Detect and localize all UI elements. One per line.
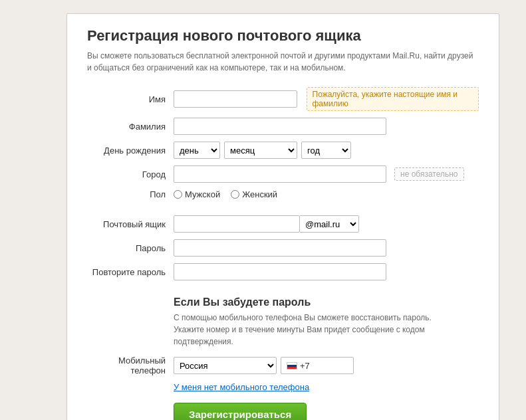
password-field bbox=[174, 239, 479, 257]
mobile-field: РоссияУкраинаБеларусьКазахстанДругая стр… bbox=[174, 357, 479, 374]
no-phone-link[interactable]: У меня нет мобильного телефона bbox=[174, 382, 479, 392]
surname-input[interactable] bbox=[174, 118, 386, 135]
city-row: Город не обязательно bbox=[87, 165, 479, 183]
city-field: не обязательно bbox=[174, 165, 479, 183]
mailbox-row: Почтовый ящик @mail.ru@inbox.ru@list.ru@… bbox=[87, 215, 479, 233]
radio-group: Мужской Женский bbox=[174, 189, 277, 199]
name-hint: Пожалуйста, укажите настоящие имя и фами… bbox=[307, 87, 479, 111]
year-select[interactable]: год20242023200019901980197019601950 bbox=[301, 142, 351, 159]
repeat-password-input[interactable] bbox=[174, 263, 386, 280]
gender-row: Пол Мужской Женский bbox=[87, 189, 479, 199]
mobile-code-box: +7 bbox=[281, 357, 354, 374]
recovery-desc2: Укажите номер и в течение минуты Вам при… bbox=[174, 325, 425, 346]
gender-female-label: Женский bbox=[242, 189, 277, 199]
recovery-desc: С помощью мобильного телефона Вы сможете… bbox=[174, 312, 479, 348]
recovery-title: Если Вы забудете пароль bbox=[174, 296, 479, 308]
password-label: Пароль bbox=[87, 243, 174, 253]
gender-field: Мужской Женский bbox=[174, 189, 479, 199]
gender-male-option[interactable]: Мужской bbox=[174, 189, 220, 199]
divider-1 bbox=[87, 206, 479, 215]
day-select[interactable]: день123456789101112131415161718192021222… bbox=[174, 142, 220, 159]
name-field: Пожалуйста, укажите настоящие имя и фами… bbox=[174, 87, 479, 111]
repeat-password-field bbox=[174, 263, 479, 280]
mobile-code-text: +7 bbox=[300, 361, 310, 371]
gender-label: Пол bbox=[87, 189, 174, 199]
repeat-password-label: Повторите пароль bbox=[87, 267, 174, 277]
birthday-field: день123456789101112131415161718192021222… bbox=[174, 142, 479, 159]
gender-female-radio[interactable] bbox=[231, 190, 239, 199]
mobile-label: Мобильный телефон bbox=[87, 356, 174, 375]
month-select[interactable]: месяцЯнварьФевральМартАпрельМайИюньИюльА… bbox=[224, 142, 297, 159]
gender-female-option[interactable]: Женский bbox=[231, 189, 277, 199]
city-input[interactable] bbox=[174, 165, 386, 183]
name-input[interactable] bbox=[174, 90, 297, 108]
divider-2 bbox=[87, 287, 479, 296]
mailbox-label: Почтовый ящик bbox=[87, 219, 174, 229]
mailbox-field: @mail.ru@inbox.ru@list.ru@bk.ru bbox=[174, 215, 479, 233]
country-select[interactable]: РоссияУкраинаБеларусьКазахстанДругая стр… bbox=[174, 357, 277, 374]
not-required-badge: не обязательно bbox=[394, 167, 464, 181]
mobile-country-group: РоссияУкраинаБеларусьКазахстанДругая стр… bbox=[174, 357, 354, 374]
register-button[interactable]: Зарегистрироваться bbox=[174, 403, 307, 420]
russia-flag-icon bbox=[287, 362, 297, 369]
surname-label: Фамилия bbox=[87, 122, 174, 132]
name-label: Имя bbox=[87, 94, 174, 104]
password-row: Пароль bbox=[87, 239, 479, 257]
recovery-desc1: С помощью мобильного телефона Вы сможете… bbox=[174, 313, 432, 322]
domain-select[interactable]: @mail.ru@inbox.ru@list.ru@bk.ru bbox=[300, 215, 359, 233]
page-subtitle: Вы сможете пользоваться бесплатной элект… bbox=[87, 50, 479, 74]
mailbox-input[interactable] bbox=[174, 215, 300, 233]
surname-field bbox=[174, 118, 479, 135]
birthday-label: День рождения bbox=[87, 146, 174, 156]
page-title: Регистрация нового почтового ящика bbox=[87, 27, 479, 45]
email-domain-group: @mail.ru@inbox.ru@list.ru@bk.ru bbox=[174, 215, 359, 233]
mobile-row: Мобильный телефон РоссияУкраинаБеларусьК… bbox=[87, 356, 479, 375]
surname-row: Фамилия bbox=[87, 118, 479, 135]
password-input[interactable] bbox=[174, 239, 386, 257]
repeat-password-row: Повторите пароль bbox=[87, 263, 479, 280]
name-row: Имя Пожалуйста, укажите настоящие имя и … bbox=[87, 87, 479, 111]
gender-male-radio[interactable] bbox=[174, 190, 182, 199]
gender-male-label: Мужской bbox=[185, 189, 220, 199]
city-label: Город bbox=[87, 169, 174, 179]
birthday-row: День рождения день1234567891011121314151… bbox=[87, 142, 479, 159]
